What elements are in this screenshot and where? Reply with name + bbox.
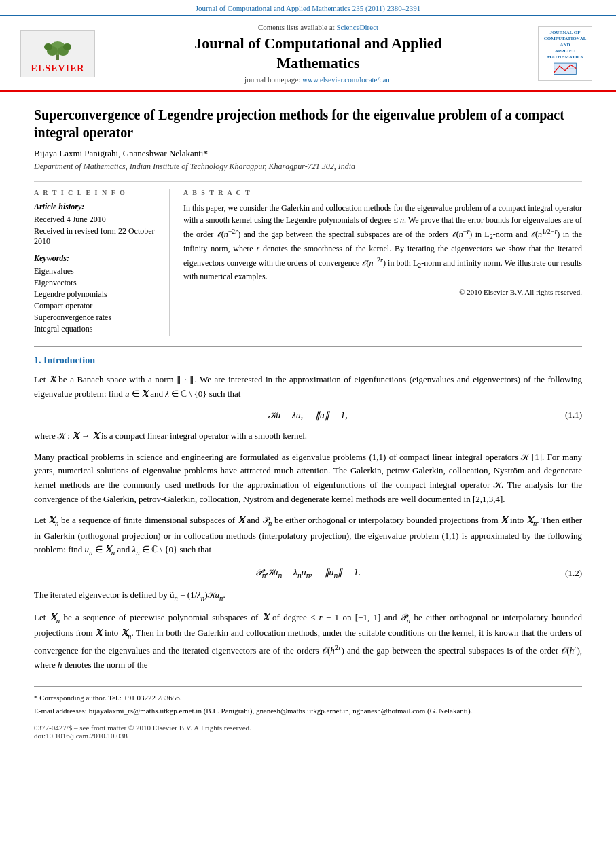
svg-point-5 xyxy=(63,43,71,50)
journal-homepage-line: journal homepage: www.elsevier.com/locat… xyxy=(102,75,535,84)
keyword-5: Superconvergence rates xyxy=(34,312,160,323)
journal-title-line2: Mathematics xyxy=(276,54,359,71)
history-label: Article history: xyxy=(34,202,160,212)
footnote-star: * Corresponding author. Tel.: +91 03222 … xyxy=(34,692,582,704)
main-content: Superconvergence of Legendre projection … xyxy=(0,92,616,753)
intro-para-5: The iterated eigenvector is defined by ũ… xyxy=(34,588,582,604)
received-date: Received 4 June 2010 xyxy=(34,215,160,225)
elsevier-logo: ELSEVIER xyxy=(20,30,95,77)
eq2-number: (1.2) xyxy=(565,568,582,579)
article-title: Superconvergence of Legendre projection … xyxy=(34,106,582,141)
license-text: 0377-0427/$ – see front matter © 2010 El… xyxy=(34,723,582,732)
license-line: 0377-0427/$ – see front matter © 2010 El… xyxy=(34,723,582,740)
article-info-abstract: A R T I C L E I N F O Article history: R… xyxy=(34,181,582,336)
top-citation-bar: Journal of Computational and Applied Mat… xyxy=(0,0,616,16)
sciencedirect-link[interactable]: ScienceDirect xyxy=(336,23,378,31)
abstract-label: A B S T R A C T xyxy=(183,189,582,196)
section-divider xyxy=(34,346,582,347)
article-affiliation: Department of Mathematics, Indian Instit… xyxy=(34,162,582,172)
svg-point-4 xyxy=(44,43,52,50)
contents-available-line: Contents lists available at ScienceDirec… xyxy=(102,23,535,31)
eq1-number: (1.1) xyxy=(565,410,582,420)
keyword-4: Compact operator xyxy=(34,301,160,311)
homepage-link[interactable]: www.elsevier.com/locate/cam xyxy=(302,75,392,84)
journal-header: ELSEVIER Contents lists available at Sci… xyxy=(0,16,616,92)
homepage-text: journal homepage: xyxy=(244,75,302,84)
received-revised-date: Received in revised form 22 October 2010 xyxy=(34,226,160,247)
logo-box-graphic xyxy=(548,60,582,77)
article-info-column: A R T I C L E I N F O Article history: R… xyxy=(34,189,170,336)
copyright-notice: © 2010 Elsevier B.V. All rights reserved… xyxy=(183,288,582,296)
equation-1-2: 𝒫n𝒦un = λnun, ‖un‖ = 1. (1.2) xyxy=(34,567,582,580)
elsevier-wordmark: ELSEVIER xyxy=(31,63,85,74)
abstract-text: In this paper, we consider the Galerkin … xyxy=(183,202,582,283)
intro-para-6: Let 𝕏n be a sequence of piecewise polyno… xyxy=(34,611,582,673)
keyword-3: Legendre polynomials xyxy=(34,289,160,300)
intro-para-3: Many practical problems in science and e… xyxy=(34,450,582,507)
intro-para-1: Let 𝕏 be a Banach space with a norm ‖ · … xyxy=(34,373,582,401)
doi-text: doi:10.1016/j.cam.2010.10.038 xyxy=(34,732,582,740)
journal-logo-box: JOURNAL OF COMPUTATIONAL AND APPLIED MAT… xyxy=(538,26,592,81)
right-logo-area: JOURNAL OF COMPUTATIONAL AND APPLIED MAT… xyxy=(535,26,596,81)
keywords-label: Keywords: xyxy=(34,253,160,264)
journal-title-area: Contents lists available at ScienceDirec… xyxy=(102,23,535,84)
keyword-2: Eigenvectors xyxy=(34,278,160,288)
authors-text: Bijaya Laxmi Panigrahi, Gnaneshwar Nelak… xyxy=(34,148,208,158)
introduction-heading: 1. Introduction xyxy=(34,355,582,366)
article-authors: Bijaya Laxmi Panigrahi, Gnaneshwar Nelak… xyxy=(34,148,582,159)
footnote-email: E-mail addresses: bijayalaxmi_rs@maths.i… xyxy=(34,705,582,717)
eq2-content: 𝒫n𝒦un = λnun, ‖un‖ = 1. xyxy=(255,567,361,580)
journal-title-line1: Journal of Computational and Applied xyxy=(194,35,441,52)
tree-icon xyxy=(37,33,78,60)
abstract-column: A B S T R A C T In this paper, we consid… xyxy=(183,189,582,336)
eq1-content: 𝒦u = λu, ‖u‖ = 1, xyxy=(268,410,347,421)
elsevier-logo-area: ELSEVIER xyxy=(20,30,102,77)
intro-para-4: Let 𝕏n be a sequence of finite dimension… xyxy=(34,514,582,559)
contents-text: Contents lists available at xyxy=(258,23,336,31)
footnote-area: * Corresponding author. Tel.: +91 03222 … xyxy=(34,686,582,740)
article-info-label: A R T I C L E I N F O xyxy=(34,189,160,196)
journal-title: Journal of Computational and Applied Mat… xyxy=(102,34,535,73)
keyword-6: Integral equations xyxy=(34,324,160,334)
equation-1-1: 𝒦u = λu, ‖u‖ = 1, (1.1) xyxy=(34,410,582,421)
intro-para-2: where 𝒦 : 𝕏 → 𝕏 is a compact linear inte… xyxy=(34,429,582,444)
citation-text: Journal of Computational and Applied Mat… xyxy=(196,4,420,12)
keyword-1: Eigenvalues xyxy=(34,266,160,276)
